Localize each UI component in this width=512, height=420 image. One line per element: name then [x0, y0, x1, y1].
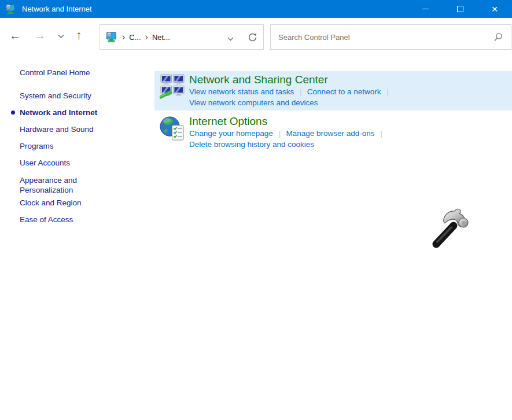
recent-locations-chevron-icon[interactable]	[58, 28, 64, 42]
network-monitor-icon	[5, 4, 17, 14]
window-controls: ×	[408, 0, 512, 18]
task-row: View network status and tasks|Connect to…	[189, 86, 512, 97]
link-delete-browsing-history-and-cookies[interactable]: Delete browsing history and cookies	[189, 140, 314, 149]
search-input[interactable]	[278, 33, 489, 42]
back-button[interactable]: ←	[9, 28, 21, 42]
sidebar-item-clock-and-region[interactable]: Clock and Region	[20, 198, 115, 207]
task-row: Change your homepage|Manage browser add-…	[189, 128, 512, 139]
link-separator: |	[386, 87, 389, 96]
link-separator: |	[300, 87, 302, 96]
link-separator: |	[279, 129, 281, 138]
internet-options-icon[interactable]	[160, 116, 185, 141]
sidebar-item-appearance-and-personalization[interactable]: Appearance and Personalization	[20, 175, 115, 195]
up-button[interactable]: ↑	[76, 28, 82, 42]
sidebar-item-hardware-and-sound[interactable]: Hardware and Sound	[20, 125, 115, 134]
link-view-network-status-and-tasks[interactable]: View network status and tasks	[189, 87, 294, 96]
maximize-icon	[457, 6, 463, 12]
sidebar-item-system-and-security[interactable]: System and Security	[20, 91, 115, 100]
breadcrumb-network-and-internet[interactable]: Net...	[152, 33, 170, 42]
active-item-bullet-icon	[11, 110, 15, 115]
search-box	[270, 24, 511, 50]
network-sharing-icon[interactable]	[160, 74, 185, 99]
search-icon[interactable]	[493, 32, 503, 42]
link-manage-browser-add-ons[interactable]: Manage browser add-ons	[286, 129, 374, 138]
link-separator: |	[380, 129, 382, 138]
task-row: Delete browsing history and cookies	[189, 139, 512, 150]
link-change-your-homepage[interactable]: Change your homepage	[189, 129, 273, 138]
control-panel-window: Network and Internet × ← → ↑ ›	[0, 0, 512, 420]
titlebar: Network and Internet ×	[0, 0, 512, 18]
maximize-button[interactable]	[443, 0, 477, 18]
forward-button[interactable]: →	[34, 28, 46, 42]
task-row: View network computers and devices	[189, 97, 512, 108]
category-title-internet-options[interactable]: Internet Options	[189, 115, 267, 128]
link-connect-to-a-network[interactable]: Connect to a network	[307, 87, 381, 96]
sidebar: Control Panel Home System and Security N…	[0, 52, 154, 420]
main-content: Network and Sharing Center View network …	[154, 52, 512, 154]
toolbar: ← → ↑ › C... › Net...	[0, 18, 512, 52]
window-title: Network and Internet	[22, 5, 92, 13]
minimize-icon	[422, 9, 429, 9]
close-button[interactable]: ×	[477, 0, 512, 18]
location-icon	[106, 32, 118, 43]
sidebar-item-control-panel-home[interactable]: Control Panel Home	[20, 68, 115, 77]
link-view-network-computers-and-devices[interactable]: View network computers and devices	[189, 98, 318, 107]
address-bar[interactable]: › C... › Net...	[100, 24, 264, 50]
sidebar-item-user-accounts[interactable]: User Accounts	[20, 159, 115, 167]
category-internet-options: Internet Options Change your homepage|Ma…	[154, 113, 512, 152]
address-dropdown-chevron-icon[interactable]	[227, 33, 234, 43]
breadcrumb-separator-icon: ›	[145, 33, 148, 41]
sidebar-item-ease-of-access[interactable]: Ease of Access	[20, 215, 115, 224]
sidebar-item-network-and-internet[interactable]: Network and Internet	[20, 108, 115, 117]
category-network-and-sharing-center: Network and Sharing Center View network …	[154, 71, 512, 110]
breadcrumb-separator-icon: ›	[122, 33, 125, 41]
breadcrumb-control-panel[interactable]: C...	[129, 33, 141, 42]
sidebar-item-programs[interactable]: Programs	[20, 142, 115, 150]
minimize-button[interactable]	[408, 0, 443, 18]
close-icon: ×	[491, 3, 498, 14]
hammer-cursor-icon	[429, 205, 473, 250]
refresh-icon[interactable]	[248, 32, 257, 42]
category-title-network-and-sharing-center[interactable]: Network and Sharing Center	[189, 73, 328, 86]
